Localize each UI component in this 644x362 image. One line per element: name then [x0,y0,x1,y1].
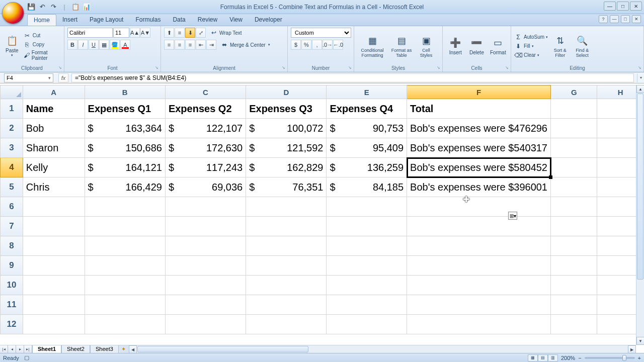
cell-A3[interactable]: Sharon [23,138,85,158]
select-all-corner[interactable] [1,85,23,99]
format-cells-button[interactable]: ▭Format [489,28,508,64]
fill-color-button[interactable]: 🪣 [110,40,120,50]
tab-page-layout[interactable]: Page Layout [84,14,129,26]
cell-C12[interactable] [165,315,246,334]
sort-filter-button[interactable]: ⇅Sort & Filter [550,28,570,64]
scroll-down-button[interactable]: ▼ [636,337,644,345]
delete-cells-button[interactable]: ➖Delete [467,28,486,64]
column-header-E[interactable]: E [327,85,407,99]
cell-B2[interactable]: $163,364 [85,119,165,138]
align-middle-button[interactable]: ≡ [175,28,185,38]
cell-E10[interactable] [327,276,407,295]
sheet-nav-prev[interactable]: ◂ [8,345,16,353]
cell-G1[interactable] [551,99,597,119]
column-header-D[interactable]: D [246,85,327,99]
underline-button[interactable]: U [89,40,99,50]
align-right-button[interactable]: ≡ [185,40,195,50]
tab-review[interactable]: Review [192,14,223,26]
cell-E9[interactable] [327,256,407,276]
increase-decimal-button[interactable]: .0→ [323,40,333,50]
office-button[interactable] [2,2,24,24]
cell-G12[interactable] [551,315,597,334]
align-left-button[interactable]: ≡ [164,40,174,50]
find-select-button[interactable]: 🔍Find & Select [572,28,592,64]
cell-B9[interactable] [85,256,165,276]
help-icon[interactable]: ? [599,15,608,23]
zoom-in-button[interactable]: + [638,355,641,361]
row-header-2[interactable]: 2 [1,119,23,138]
decrease-decimal-button[interactable]: ←.0 [333,40,343,50]
cell-E1[interactable]: Expenses Q4 [327,99,407,119]
cell-F6[interactable] [407,197,551,217]
cell-C8[interactable] [165,236,246,256]
scroll-up-button[interactable]: ▲ [636,85,644,93]
cell-E7[interactable] [327,217,407,236]
row-header-11[interactable]: 11 [1,295,23,315]
comma-button[interactable]: , [312,40,322,50]
cell-D1[interactable]: Expenses Q3 [246,99,327,119]
conditional-formatting-button[interactable]: ▦Conditional Formatting [357,28,387,64]
cell-C11[interactable] [165,295,246,315]
vscroll-thumb[interactable] [637,94,643,280]
cell-D9[interactable] [246,256,327,276]
column-header-F[interactable]: F [407,85,551,99]
scroll-right-button[interactable]: ▶ [628,345,636,353]
cell-E5[interactable]: $84,185 [327,177,407,197]
cell-styles-button[interactable]: ▣Cell Styles [416,28,437,64]
column-header-C[interactable]: C [165,85,246,99]
cell-F2[interactable]: Bob's expenses were $476296 [407,119,551,138]
cell-D8[interactable] [246,236,327,256]
ribbon-close-button[interactable]: ✕ [632,15,641,23]
cell-D4[interactable]: $162,829 [246,158,327,177]
cell-B11[interactable] [85,295,165,315]
cell-A6[interactable] [23,197,85,217]
cell-G9[interactable] [551,256,597,276]
autofill-options-icon[interactable]: ⊞▾ [508,212,517,220]
cell-C6[interactable] [165,197,246,217]
cell-G4[interactable] [551,158,597,177]
cell-F7[interactable] [407,217,551,236]
cell-G8[interactable] [551,236,597,256]
cell-E12[interactable] [327,315,407,334]
italic-button[interactable]: I [78,40,88,50]
sheet-nav-last[interactable]: ▸| [24,345,32,353]
column-header-G[interactable]: G [551,85,597,99]
qat-custom-1-icon[interactable]: 📋 [71,3,79,11]
cell-B1[interactable]: Expenses Q1 [85,99,165,119]
decrease-indent-button[interactable]: ⇤ [196,40,206,50]
save-icon[interactable]: 💾 [27,3,35,11]
cell-E11[interactable] [327,295,407,315]
fx-button[interactable]: fx [58,73,68,82]
font-name-select[interactable] [67,28,113,38]
sheet-nav-next[interactable]: ▸ [16,345,24,353]
cell-D2[interactable]: $100,072 [246,119,327,138]
zoom-slider[interactable] [585,357,635,359]
vertical-scrollbar[interactable]: ▲ ▼ [636,85,644,345]
cell-E6[interactable] [327,197,407,217]
tab-insert[interactable]: Insert [56,14,84,26]
sheet-tab-sheet2[interactable]: Sheet2 [61,345,90,353]
cell-G7[interactable] [551,217,597,236]
tab-developer[interactable]: Developer [249,14,288,26]
row-header-1[interactable]: 1 [1,99,23,119]
redo-icon[interactable]: ↷ [49,3,57,11]
cell-B4[interactable]: $164,121 [85,158,165,177]
autosum-button[interactable]: ΣAutoSum▾ [514,33,548,41]
shrink-font-button[interactable]: A▼ [140,28,150,38]
cell-D12[interactable] [246,315,327,334]
tab-data[interactable]: Data [167,14,191,26]
fill-handle[interactable] [549,175,552,179]
cell-D10[interactable] [246,276,327,295]
orientation-button[interactable]: ⤢ [196,28,206,38]
increase-indent-button[interactable]: ⇥ [206,40,216,50]
cell-F5[interactable]: Bob's expenses were $396001 [407,177,551,197]
cell-B6[interactable] [85,197,165,217]
cell-G5[interactable] [551,177,597,197]
grow-font-button[interactable]: A▲ [130,28,140,38]
row-header-6[interactable]: 6 [1,197,23,217]
cell-G6[interactable] [551,197,597,217]
cell-G3[interactable] [551,138,597,158]
macro-record-icon[interactable]: ▢ [24,354,29,361]
row-header-8[interactable]: 8 [1,236,23,256]
cell-D5[interactable]: $76,351 [246,177,327,197]
